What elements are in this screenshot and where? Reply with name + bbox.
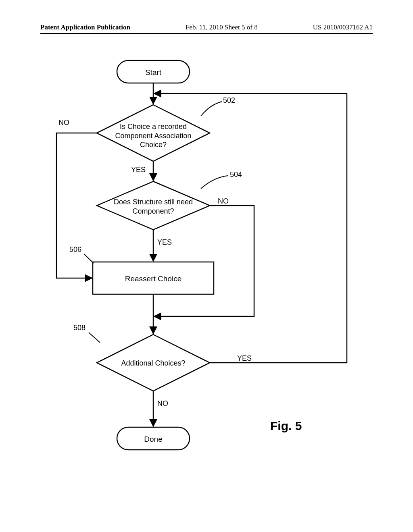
ref-504: 504: [230, 170, 242, 179]
edge-label-502-yes: YES: [131, 165, 146, 175]
page: Patent Application Publication Feb. 11, …: [0, 0, 413, 532]
flowchart-svg: [40, 56, 373, 484]
leader-506: [84, 254, 94, 263]
figure-label: Fig. 5: [270, 419, 302, 433]
ref-506: 506: [69, 245, 81, 254]
header-center: Feb. 11, 2010 Sheet 5 of 8: [186, 23, 258, 31]
decision-508-label: Additional Choices?: [103, 359, 204, 368]
leader-504: [201, 176, 228, 189]
done-label: Done: [117, 434, 190, 444]
edge-label-504-no: NO: [218, 197, 229, 206]
edge-504-no: [154, 206, 254, 316]
edge-label-508-yes: YES: [237, 354, 252, 363]
edge-502-no: [56, 133, 97, 278]
decision-504-label: Does Structure still need Component?: [103, 197, 204, 216]
process-506-label: Reassert Choice: [93, 274, 214, 284]
header-left: Patent Application Publication: [40, 23, 130, 31]
edge-label-508-no: NO: [157, 399, 168, 408]
decision-502-label: Is Choice a recorded Component Associati…: [103, 122, 204, 150]
flowchart-canvas: Start Is Choice a recorded Component Ass…: [40, 56, 373, 484]
edge-508-yes: [210, 94, 347, 363]
ref-502: 502: [223, 96, 235, 105]
ref-508: 508: [73, 323, 86, 332]
start-label: Start: [117, 68, 190, 77]
edge-label-504-yes: YES: [157, 238, 172, 247]
edge-label-502-no: NO: [58, 118, 69, 127]
header-rule: [40, 33, 373, 34]
page-header: Patent Application Publication Feb. 11, …: [40, 23, 373, 31]
leader-508: [89, 332, 100, 343]
leader-502: [201, 102, 222, 116]
header-right: US 2010/0037162 A1: [313, 23, 373, 31]
